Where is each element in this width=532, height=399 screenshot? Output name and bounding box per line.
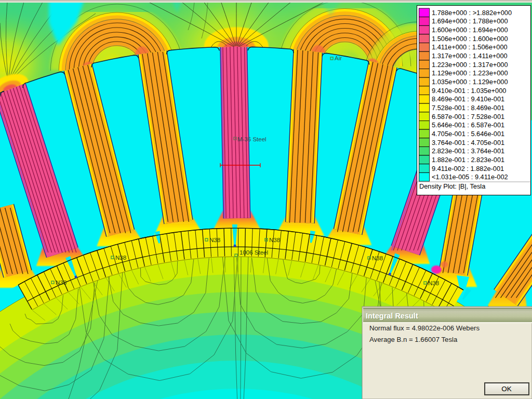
svg-text:1.317e+000 : 1.411e+000: 1.317e+000 : 1.411e+000 xyxy=(432,52,508,60)
svg-text:N38: N38 xyxy=(269,237,280,243)
svg-text:OK: OK xyxy=(501,385,512,393)
svg-text:1.129e+000 : 1.223e+000: 1.129e+000 : 1.223e+000 xyxy=(432,69,508,77)
svg-text:1.600e+000 : 1.694e+000: 1.600e+000 : 1.694e+000 xyxy=(432,26,508,34)
svg-text:Average B.n = 1.66007 Tesla: Average B.n = 1.66007 Tesla xyxy=(369,336,458,343)
svg-text:1.788e+000 : >1.882e+000: 1.788e+000 : >1.882e+000 xyxy=(432,9,512,17)
svg-text:3.764e-001 : 4.705e-001: 3.764e-001 : 4.705e-001 xyxy=(432,139,504,147)
svg-text:Air: Air xyxy=(335,55,342,61)
svg-text:1.694e+000 : 1.788e+000: 1.694e+000 : 1.788e+000 xyxy=(432,17,508,25)
svg-text:4.705e-001 : 5.646e-001: 4.705e-001 : 5.646e-001 xyxy=(432,130,504,138)
svg-text:6.587e-001 : 7.528e-001: 6.587e-001 : 7.528e-001 xyxy=(432,113,504,121)
svg-text:1.882e-001 : 2.823e-001: 1.882e-001 : 2.823e-001 xyxy=(432,156,504,164)
svg-text:9.410e-001 : 1.035e+000: 9.410e-001 : 1.035e+000 xyxy=(432,87,506,95)
svg-text:N38: N38 xyxy=(209,237,220,243)
svg-text:N38: N38 xyxy=(372,255,383,261)
svg-text:M-36 Steel: M-36 Steel xyxy=(237,136,267,142)
svg-text:7.528e-001 : 8.469e-001: 7.528e-001 : 8.469e-001 xyxy=(432,104,504,112)
svg-text:2.823e-001 : 3.764e-001: 2.823e-001 : 3.764e-001 xyxy=(432,147,504,155)
svg-text:1006 Steel: 1006 Steel xyxy=(240,249,268,256)
svg-text:9.411e-002 : 1.882e-001: 9.411e-002 : 1.882e-001 xyxy=(432,165,504,172)
svg-text:<1.031e-005 : 9.411e-002: <1.031e-005 : 9.411e-002 xyxy=(432,173,508,181)
svg-text:5.646e-001 : 6.587e-001: 5.646e-001 : 6.587e-001 xyxy=(432,121,504,129)
svg-text:N38: N38 xyxy=(428,280,439,286)
svg-text:N38: N38 xyxy=(115,255,126,261)
svg-text:Normal flux = 4.98022e-006 Web: Normal flux = 4.98022e-006 Webers xyxy=(369,324,480,332)
svg-text:1.035e+000 : 1.129e+000: 1.035e+000 : 1.129e+000 xyxy=(432,78,508,86)
svg-text:1.223e+000 : 1.317e+000: 1.223e+000 : 1.317e+000 xyxy=(432,61,508,69)
svg-text:1.411e+000 : 1.506e+000: 1.411e+000 : 1.506e+000 xyxy=(432,43,508,51)
svg-text:N38: N38 xyxy=(56,280,66,286)
svg-text:8.469e-001 : 9.410e-001: 8.469e-001 : 9.410e-001 xyxy=(432,95,504,103)
svg-text:1.506e+000 : 1.600e+000: 1.506e+000 : 1.600e+000 xyxy=(432,35,508,43)
svg-text:Integral Result: Integral Result xyxy=(366,312,418,320)
svg-text:Density Plot: |B|, Tesla: Density Plot: |B|, Tesla xyxy=(419,182,486,190)
